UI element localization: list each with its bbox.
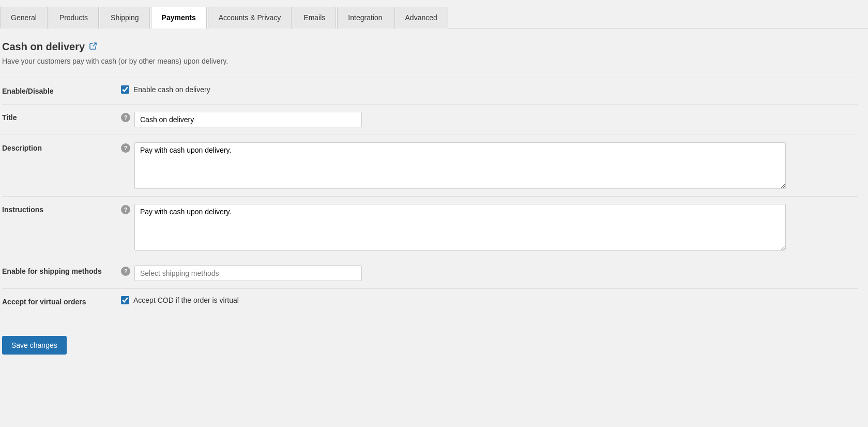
field-input-instructions: ? bbox=[121, 204, 858, 251]
tab-emails[interactable]: Emails bbox=[293, 7, 336, 28]
field-label-shipping: Enable for shipping methods bbox=[2, 266, 121, 277]
enable-checkbox-text: Enable cash on delivery bbox=[133, 85, 210, 94]
shipping-methods-input[interactable] bbox=[134, 266, 362, 281]
instructions-textarea[interactable] bbox=[134, 204, 786, 251]
virtual-checkbox-text: Accept COD if the order is virtual bbox=[133, 296, 239, 304]
page-description: Have your customers pay with cash (or by… bbox=[2, 57, 858, 65]
tab-products[interactable]: Products bbox=[49, 7, 99, 28]
field-label-description: Description bbox=[2, 142, 121, 154]
top-bar bbox=[0, 0, 868, 6]
field-row-shipping: Enable for shipping methods ? bbox=[2, 258, 858, 288]
field-row-virtual: Accept for virtual orders Accept COD if … bbox=[2, 288, 858, 315]
field-row-title: Title ? bbox=[2, 104, 858, 135]
help-icon-shipping[interactable]: ? bbox=[121, 267, 130, 276]
field-input-title: ? bbox=[121, 112, 858, 127]
field-row-enable: Enable/Disable Enable cash on delivery bbox=[2, 78, 858, 104]
tab-integration[interactable]: Integration bbox=[337, 7, 393, 28]
save-button[interactable]: Save changes bbox=[2, 336, 67, 355]
field-input-enable: Enable cash on delivery bbox=[121, 85, 858, 94]
description-textarea[interactable] bbox=[134, 142, 786, 189]
tab-payments[interactable]: Payments bbox=[151, 7, 207, 28]
help-icon-title[interactable]: ? bbox=[121, 113, 130, 122]
field-label-title: Title bbox=[2, 112, 121, 123]
enable-checkbox[interactable] bbox=[121, 85, 129, 94]
field-label-instructions: Instructions bbox=[2, 204, 121, 215]
tab-advanced[interactable]: Advanced bbox=[394, 7, 448, 28]
field-label-virtual: Accept for virtual orders bbox=[2, 296, 121, 307]
field-row-instructions: Instructions ? bbox=[2, 196, 858, 258]
tab-shipping[interactable]: Shipping bbox=[100, 7, 150, 28]
field-input-shipping: ? bbox=[121, 266, 858, 281]
tab-general[interactable]: General bbox=[0, 7, 48, 28]
save-section: Save changes bbox=[2, 331, 858, 355]
main-content: Cash on delivery Have your customers pay… bbox=[0, 28, 868, 391]
virtual-checkbox[interactable] bbox=[121, 296, 129, 304]
field-label-enable: Enable/Disable bbox=[2, 85, 121, 97]
enable-checkbox-label[interactable]: Enable cash on delivery bbox=[121, 85, 210, 94]
field-input-description: ? bbox=[121, 142, 858, 189]
tabs-nav: General Products Shipping Payments Accou… bbox=[0, 6, 868, 28]
page-heading: Cash on delivery bbox=[2, 41, 858, 53]
field-row-description: Description ? bbox=[2, 135, 858, 196]
virtual-checkbox-label[interactable]: Accept COD if the order is virtual bbox=[121, 296, 239, 304]
help-icon-description[interactable]: ? bbox=[121, 143, 130, 153]
title-input[interactable] bbox=[134, 112, 362, 127]
page-title: Cash on delivery bbox=[2, 41, 85, 53]
field-input-virtual: Accept COD if the order is virtual bbox=[121, 296, 858, 304]
help-icon-instructions[interactable]: ? bbox=[121, 205, 130, 214]
tab-accounts-privacy[interactable]: Accounts & Privacy bbox=[208, 7, 292, 28]
external-link-icon[interactable] bbox=[89, 42, 97, 52]
